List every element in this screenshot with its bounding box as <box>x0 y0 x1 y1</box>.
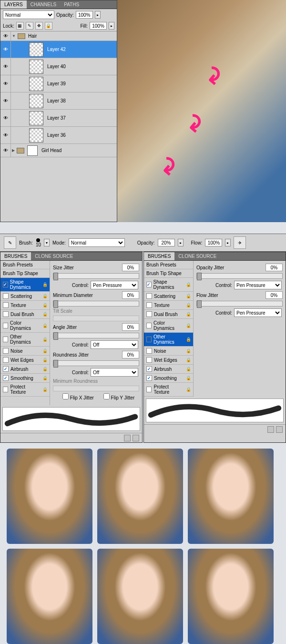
preset-wet-edges[interactable]: Wet Edges🔒 <box>144 356 193 365</box>
tab-channels[interactable]: CHANNELS <box>27 0 60 9</box>
preset-noise[interactable]: Noise🔒 <box>0 347 50 356</box>
opacity-jitter-slider[interactable] <box>196 273 283 279</box>
tab-brushes[interactable]: BRUSHES <box>0 252 31 260</box>
lock-icon[interactable]: 🔒 <box>186 282 191 287</box>
preset-other-dynamics[interactable]: Other Dynamics🔒 <box>0 333 50 347</box>
chevron-down-icon[interactable]: ▼ <box>12 34 16 38</box>
layer-thumb[interactable] <box>29 42 43 57</box>
checkbox-icon[interactable] <box>146 357 152 363</box>
layer-row-36[interactable]: 👁 Layer 36 <box>0 127 117 144</box>
preset-airbrush[interactable]: Airbrush🔒 <box>0 365 50 374</box>
layer-thumb[interactable] <box>29 111 43 125</box>
tab-layers[interactable]: LAYERS <box>0 0 27 9</box>
checkbox-icon[interactable] <box>3 387 8 392</box>
brush-picker-arrow-icon[interactable]: ▾ <box>44 239 50 246</box>
layer-row-39[interactable]: 👁 Layer 39 <box>0 75 117 92</box>
control-size-dropdown[interactable]: Pen Pressure <box>91 281 138 289</box>
flow-arrow-icon[interactable]: ▸ <box>225 239 231 246</box>
lock-transparency-icon[interactable]: ▦ <box>16 22 24 30</box>
angle-jitter-input[interactable] <box>122 323 139 331</box>
preset-color-dynamics[interactable]: Color Dynamics🔒 <box>0 319 50 333</box>
checkbox-icon[interactable] <box>146 375 152 381</box>
brush-flow-input[interactable] <box>205 239 222 246</box>
brush-opacity-input[interactable] <box>158 239 175 246</box>
checkbox-icon[interactable] <box>3 337 8 342</box>
lock-icon[interactable]: 🔒 <box>42 387 47 392</box>
lock-icon[interactable]: 🔒 <box>186 337 191 342</box>
flow-jitter-input[interactable] <box>266 291 283 299</box>
angle-jitter-slider[interactable] <box>53 333 139 338</box>
layer-row-37[interactable]: 👁 Layer 37 <box>0 110 117 127</box>
layer-row-girl-head[interactable]: 👁 ▶ Girl Head <box>0 144 117 157</box>
preset-smoothing[interactable]: Smoothing🔒 <box>0 374 50 383</box>
lock-icon[interactable]: 🔒 <box>42 294 47 298</box>
lock-icon[interactable]: 🔒 <box>42 337 47 342</box>
lock-icon[interactable]: 🔒 <box>186 367 191 371</box>
eye-icon[interactable]: 👁 <box>3 64 8 69</box>
size-jitter-input[interactable] <box>122 264 139 271</box>
checkbox-icon[interactable] <box>146 323 152 328</box>
eye-icon[interactable]: 👁 <box>3 81 8 86</box>
preset-airbrush[interactable]: Airbrush🔒 <box>144 365 193 374</box>
checkbox-icon[interactable] <box>146 387 152 392</box>
layer-thumb[interactable] <box>29 60 43 74</box>
lock-move-icon[interactable]: ✥ <box>35 22 43 30</box>
preset-shape-dynamics[interactable]: Shape Dynamics🔒 <box>0 278 50 292</box>
checkbox-icon[interactable] <box>146 282 152 287</box>
checkbox-icon[interactable] <box>146 337 152 342</box>
brush-tip-shape[interactable]: Brush Tip Shape <box>0 269 50 278</box>
brush-preset-picker[interactable]: 10 <box>36 238 41 247</box>
layer-group-hair[interactable]: 👁 ▼ Hair <box>0 31 117 41</box>
layer-thumb[interactable] <box>29 94 43 108</box>
checkbox-icon[interactable] <box>3 311 9 317</box>
lock-icon[interactable]: 🔒 <box>42 348 47 353</box>
eye-icon[interactable]: 👁 <box>3 133 8 138</box>
control-flow-dropdown[interactable]: Pen Pressure <box>234 308 282 317</box>
checkbox-icon[interactable] <box>3 348 9 354</box>
roundness-jitter-slider[interactable] <box>53 360 139 366</box>
new-icon[interactable] <box>267 426 274 433</box>
lock-icon[interactable]: 🔒 <box>42 367 47 371</box>
preset-color-dynamics[interactable]: Color Dynamics🔒 <box>144 319 193 333</box>
min-diameter-slider[interactable] <box>53 301 139 307</box>
new-icon[interactable] <box>124 435 131 441</box>
lock-all-icon[interactable]: 🔒 <box>45 22 52 30</box>
preset-shape-dynamics[interactable]: Shape Dynamics🔒 <box>144 278 193 292</box>
chevron-right-icon[interactable]: ▶ <box>12 148 15 153</box>
opacity-input[interactable] <box>76 11 93 19</box>
lock-icon[interactable]: 🔒 <box>186 323 191 328</box>
fill-input[interactable] <box>90 22 107 30</box>
tab-brushes[interactable]: BRUSHES <box>144 252 174 260</box>
preset-dual-brush[interactable]: Dual Brush🔒 <box>0 310 50 319</box>
airbrush-toggle-icon[interactable]: ✈ <box>234 236 246 249</box>
preset-texture[interactable]: Texture🔒 <box>0 301 50 310</box>
lock-icon[interactable]: 🔒 <box>42 303 47 307</box>
lock-icon[interactable]: 🔒 <box>42 358 47 362</box>
flip-y-checkbox[interactable] <box>103 393 110 399</box>
checkbox-icon[interactable] <box>3 302 9 308</box>
checkbox-icon[interactable] <box>3 293 9 299</box>
lock-icon[interactable]: 🔒 <box>42 312 47 317</box>
checkbox-icon[interactable] <box>3 357 9 363</box>
lock-paint-icon[interactable]: ✎ <box>26 22 33 30</box>
eye-icon[interactable]: 👁 <box>3 98 8 103</box>
preset-smoothing[interactable]: Smoothing🔒 <box>144 374 193 383</box>
trash-icon[interactable] <box>276 426 283 433</box>
trash-icon[interactable] <box>133 435 139 441</box>
lock-icon[interactable]: 🔒 <box>42 376 47 380</box>
lock-icon[interactable]: 🔒 <box>186 294 191 298</box>
layer-thumb[interactable] <box>29 128 43 143</box>
brush-tool-icon[interactable]: ✎ <box>4 236 16 249</box>
control-roundness-dropdown[interactable]: Off <box>91 368 138 377</box>
preset-protect-texture[interactable]: Protect Texture🔒 <box>0 383 50 397</box>
checkbox-icon[interactable] <box>3 323 8 328</box>
lock-icon[interactable]: 🔒 <box>42 282 47 287</box>
opacity-jitter-input[interactable] <box>266 264 283 271</box>
opacity-arrow-icon[interactable]: ▸ <box>95 11 101 19</box>
preset-protect-texture[interactable]: Protect Texture🔒 <box>144 383 193 397</box>
fill-arrow-icon[interactable]: ▸ <box>109 22 114 30</box>
checkbox-icon[interactable] <box>146 311 152 317</box>
lock-icon[interactable]: 🔒 <box>186 312 191 317</box>
size-jitter-slider[interactable] <box>53 273 139 279</box>
tab-paths[interactable]: PATHS <box>60 0 83 9</box>
